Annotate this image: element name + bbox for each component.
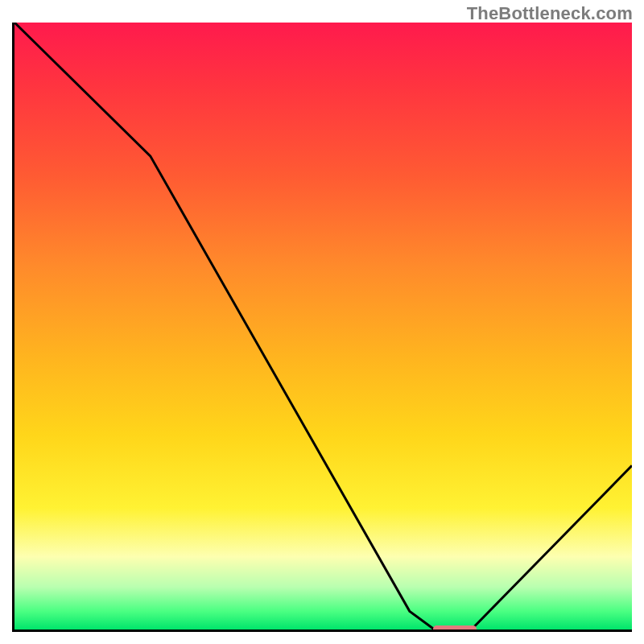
bottleneck-curve-path	[14, 23, 632, 630]
watermark-text: TheBottleneck.com	[467, 3, 633, 24]
plot-area	[12, 23, 632, 632]
curve-svg	[14, 23, 632, 630]
minimum-marker	[433, 625, 477, 632]
chart-root: TheBottleneck.com	[0, 0, 644, 644]
